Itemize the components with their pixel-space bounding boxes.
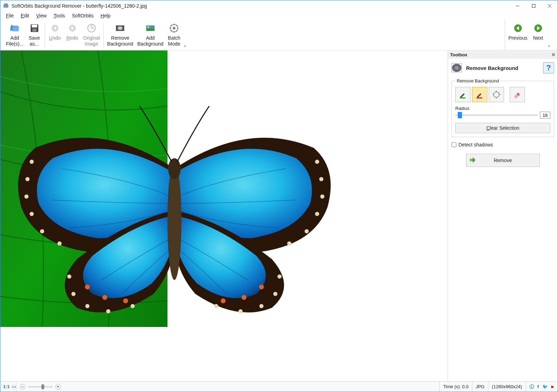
radius-input[interactable] [540, 112, 550, 119]
undo-button[interactable]: Undo [46, 22, 64, 42]
svg-rect-16 [146, 28, 155, 31]
next-icon [533, 23, 544, 34]
menu-edit[interactable]: Edit [19, 12, 31, 19]
image-canvas[interactable] [0, 50, 448, 381]
svg-point-49 [273, 292, 277, 296]
remove-arrow-icon [470, 157, 477, 164]
next-button[interactable]: Next [529, 22, 547, 42]
add-background-button[interactable]: Add Background [135, 22, 166, 48]
eraser-button[interactable] [510, 87, 525, 102]
svg-point-34 [30, 212, 34, 216]
toolbar: Add File(s)... Save as... Undo Redo Orig… [0, 20, 558, 50]
svg-point-58 [221, 298, 226, 303]
next-label: Next [533, 35, 543, 41]
svg-point-41 [131, 304, 135, 308]
svg-rect-9 [32, 29, 37, 32]
add-files-icon [9, 23, 20, 34]
batch-mode-label: Batch Mode [168, 35, 180, 47]
facebook-icon[interactable]: f [537, 384, 539, 389]
statusbar: 1:1 ▭ − + Time (s): 0.0 JPG (1280x960x24… [0, 381, 558, 392]
svg-rect-3 [532, 5, 535, 8]
toolbox-close-icon[interactable]: ✕ [551, 52, 556, 57]
svg-point-48 [277, 274, 282, 279]
fit-to-window-icon[interactable]: ▭ [12, 384, 16, 389]
detect-shadows-checkbox[interactable] [451, 142, 456, 147]
zoom-in-button[interactable]: + [55, 384, 61, 390]
svg-point-17 [147, 26, 149, 28]
svg-point-50 [259, 304, 264, 308]
redo-label: Redo [66, 35, 78, 41]
svg-point-53 [85, 285, 90, 289]
zoom-ratio[interactable]: 1:1 [3, 384, 10, 389]
menu-softorbits[interactable]: SoftOrbits [71, 12, 95, 19]
remove-background-button[interactable]: Remove Background [105, 22, 135, 48]
undo-icon [49, 23, 61, 34]
add-files-button[interactable]: Add File(s)... [4, 22, 26, 48]
status-time: Time (s): 0.0 [439, 382, 472, 392]
radius-label: Radius [455, 106, 550, 111]
marker-red-button[interactable] [472, 87, 487, 102]
minimize-button[interactable] [510, 0, 526, 11]
twitter-icon[interactable]: 🐦 [542, 384, 548, 389]
svg-point-38 [71, 292, 76, 296]
previous-button[interactable]: Previous [506, 22, 529, 42]
image-foreground-butterfly [14, 99, 335, 322]
detect-shadows-label: Detect shadows [458, 142, 493, 147]
remove-button[interactable]: Remove [466, 154, 540, 167]
window-title: SoftOrbits Background Remover - butterfl… [11, 3, 147, 9]
remove-background-icon [115, 23, 126, 34]
svg-rect-61 [460, 97, 465, 98]
close-button[interactable] [542, 0, 558, 11]
svg-point-45 [315, 212, 319, 216]
remove-label: Remove [494, 158, 512, 163]
svg-point-55 [123, 298, 128, 303]
undo-label: Undo [49, 35, 61, 41]
menu-file[interactable]: File [5, 12, 15, 19]
remove-background-label: Remove Background [107, 35, 133, 47]
batch-mode-button[interactable]: Batch Mode [165, 22, 183, 48]
svg-point-39 [85, 304, 89, 308]
zoom-slider[interactable] [28, 386, 53, 387]
original-image-label: Original Image [83, 35, 100, 47]
remove-background-thumb-icon [451, 63, 462, 72]
svg-point-44 [320, 194, 324, 199]
toolbox-title: Toolbox [450, 52, 467, 57]
detect-shadows-row[interactable]: Detect shadows [451, 142, 554, 147]
status-format: JPG [472, 382, 488, 392]
social-links: ⓘ f 🐦 ▶ [526, 382, 558, 392]
status-dimensions: (1280x960x24) [488, 382, 526, 392]
svg-point-51 [238, 309, 243, 313]
save-as-label: Save as... [29, 35, 40, 47]
add-files-label: Add File(s)... [6, 35, 24, 47]
svg-rect-0 [3, 5, 8, 8]
svg-point-33 [24, 194, 29, 199]
loaded-image [0, 50, 336, 327]
svg-point-14 [118, 26, 123, 30]
nav-overflow-icon[interactable]: ▾ [547, 44, 551, 48]
youtube-icon[interactable]: ▶ [551, 385, 554, 389]
help-button[interactable]: ? [543, 62, 554, 73]
auto-detect-button[interactable] [489, 87, 504, 102]
clear-selection-button[interactable]: Clear Selection [455, 123, 550, 133]
svg-point-19 [173, 27, 175, 30]
toolbar-overflow-icon[interactable]: ▾ [183, 44, 187, 48]
radius-slider[interactable] [455, 114, 538, 116]
svg-point-32 [25, 177, 30, 181]
svg-rect-62 [477, 97, 482, 98]
original-image-button[interactable]: Original Image [81, 22, 102, 48]
svg-point-35 [40, 229, 44, 233]
maximize-button[interactable] [526, 0, 542, 11]
redo-button[interactable]: Redo [64, 22, 81, 42]
radius-slider-thumb[interactable] [458, 112, 462, 118]
svg-point-43 [319, 177, 323, 181]
marker-green-button[interactable] [455, 87, 471, 102]
window-controls [510, 0, 558, 11]
save-as-button[interactable]: Save as... [26, 22, 43, 48]
menu-tools[interactable]: Tools [52, 12, 66, 19]
svg-rect-1 [4, 3, 8, 5]
menu-view[interactable]: View [35, 12, 48, 19]
zoom-out-button[interactable]: − [20, 384, 25, 390]
info-icon[interactable]: ⓘ [529, 384, 534, 390]
menu-help[interactable]: Help [99, 12, 112, 19]
menubar: File Edit View Tools SoftOrbits Help [0, 11, 558, 20]
